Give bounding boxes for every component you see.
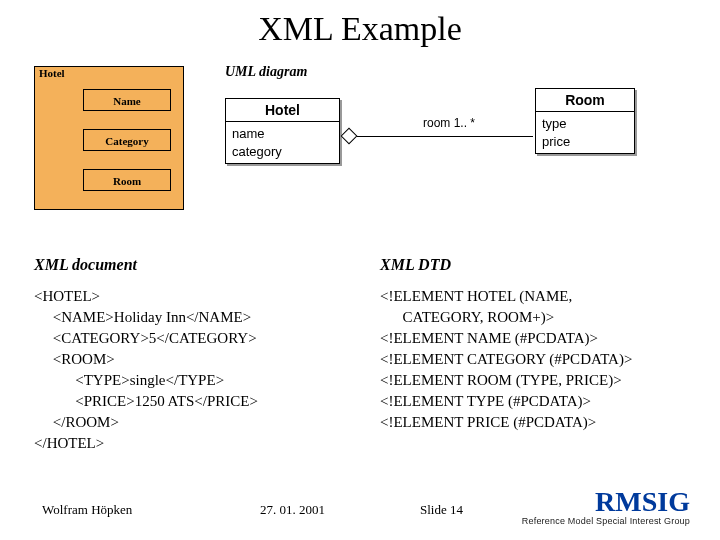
aggregation-diamond-icon xyxy=(341,128,358,145)
xml-document-heading: XML document xyxy=(34,256,137,274)
hierarchy-item: Name xyxy=(83,89,171,111)
xml-document-code: <HOTEL> <NAME>Holiday Inn</NAME> <CATEGO… xyxy=(34,286,258,454)
uml-class-attrs: type price xyxy=(536,112,634,153)
slide-footer: Wolfram Höpken 27. 01. 2001 Slide 14 RMS… xyxy=(0,492,720,532)
uml-class-name: Room xyxy=(536,89,634,112)
hierarchy-item: Category xyxy=(83,129,171,151)
association-label: room 1.. * xyxy=(423,116,475,130)
hierarchy-box: Hotel Name Category Room xyxy=(34,66,184,210)
footer-author: Wolfram Höpken xyxy=(42,502,132,518)
slide-title: XML Example xyxy=(0,10,720,48)
hierarchy-item: Room xyxy=(83,169,171,191)
xml-dtd-code: <!ELEMENT HOTEL (NAME, CATEGORY, ROOM+)>… xyxy=(380,286,632,433)
footer-date: 27. 01. 2001 xyxy=(260,502,325,518)
footer-tagline: Reference Model Special Interest Group xyxy=(522,516,690,526)
uml-association: room 1.. * xyxy=(343,128,533,144)
uml-diagram: Hotel name category Room type price room… xyxy=(225,88,685,208)
xml-dtd-heading: XML DTD xyxy=(380,256,451,274)
uml-class-attrs: name category xyxy=(226,122,339,163)
uml-class-room: Room type price xyxy=(535,88,635,154)
footer-logo: RMSIG xyxy=(595,486,690,518)
hierarchy-root: Hotel xyxy=(39,67,65,79)
uml-class-hotel: Hotel name category xyxy=(225,98,340,164)
uml-class-name: Hotel xyxy=(226,99,339,122)
association-line xyxy=(357,136,533,137)
footer-slide-number: Slide 14 xyxy=(420,502,463,518)
uml-diagram-label: UML diagram xyxy=(225,64,307,80)
